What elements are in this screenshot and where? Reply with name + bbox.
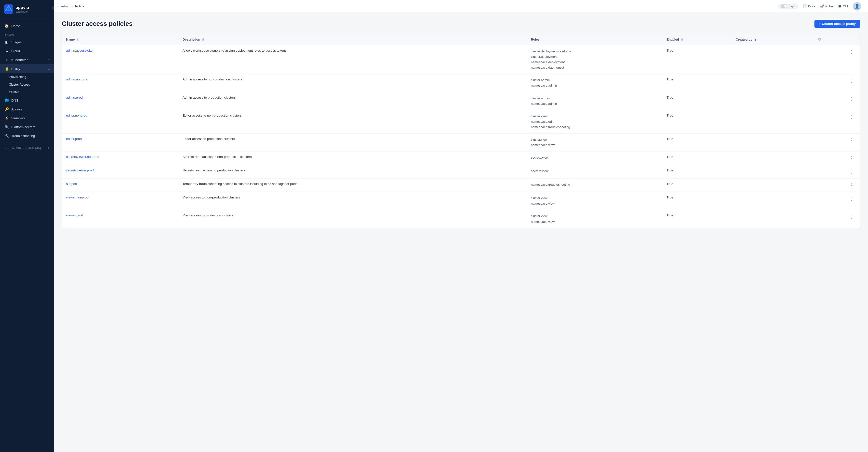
add-workspace-button[interactable]: + xyxy=(47,146,50,150)
cell-actions: ⋮ xyxy=(814,165,860,178)
cell-actions: ⋮ xyxy=(814,151,860,165)
cell-name: secretsviewer.nonprod xyxy=(62,151,179,165)
row-actions-menu-button[interactable]: ⋮ xyxy=(847,49,855,55)
cell-description: Admin access to non-production clusters xyxy=(179,74,527,92)
sidebar-item-policy[interactable]: 🔒 Policy ▴ xyxy=(0,64,54,73)
user-avatar[interactable]: 👤 xyxy=(853,2,861,10)
policy-name-link[interactable]: editor.nonprod xyxy=(66,114,87,117)
kube-icon: 🚀 xyxy=(820,4,824,8)
theme-label: Light xyxy=(789,5,796,8)
add-cluster-access-policy-button[interactable]: + Cluster access policy xyxy=(814,20,860,28)
docs-link[interactable]: 📄 Docs xyxy=(803,4,815,8)
breadcrumb-admin[interactable]: Admin xyxy=(61,4,70,8)
cell-enabled: True xyxy=(663,74,732,92)
stages-icon: ◧ xyxy=(4,40,9,44)
cell-actions: ⋮ xyxy=(814,45,860,74)
role-item: namespace.admin xyxy=(531,101,658,107)
cell-name: viewer.prod xyxy=(62,210,179,228)
role-item: cluster.deployment xyxy=(531,54,658,59)
cell-description: View access to non-production clusters xyxy=(179,192,527,210)
cell-created-by xyxy=(732,45,814,74)
policy-name-link[interactable]: admin.nonprod xyxy=(66,78,88,81)
policy-name-link[interactable]: secretsviewer.prod xyxy=(66,168,94,172)
cell-enabled: True xyxy=(663,92,732,110)
sidebar-item-platform-secrets[interactable]: 🔍 Platform secrets xyxy=(0,122,54,131)
sidebar-section-admin: ADMIN xyxy=(0,30,54,38)
page-content: Cluster access policies + Cluster access… xyxy=(54,13,868,452)
policy-name-link[interactable]: admin.accesstoken xyxy=(66,49,95,52)
workspaces-label: ALL WORKSPACES (45) xyxy=(4,146,41,150)
avatar-icon: 👤 xyxy=(855,4,860,9)
policy-name-link[interactable]: admin.prod xyxy=(66,96,83,100)
cell-description: Secrets read access to production cluste… xyxy=(179,165,527,178)
cell-name: editor.prod xyxy=(62,134,179,151)
cell-created-by xyxy=(732,151,814,165)
sidebar-item-cluster[interactable]: Cluster xyxy=(0,88,54,96)
kubernetes-chevron-icon: ▾ xyxy=(49,59,50,61)
kubernetes-icon: ⎈ xyxy=(4,58,9,62)
cell-description: Secrets read access to non-production cl… xyxy=(179,151,527,165)
policy-name-link[interactable]: secretsviewer.nonprod xyxy=(66,155,99,159)
cell-roles: namespace.troubleshooting xyxy=(527,178,662,192)
policy-name-link[interactable]: editor.prod xyxy=(66,137,82,141)
cell-description: Temporary troubleshooting access to clus… xyxy=(179,178,527,192)
cell-roles: secrets.view xyxy=(527,165,662,178)
row-actions-menu-button[interactable]: ⋮ xyxy=(847,78,855,84)
policies-table: Name ⇅ Description ⇅ Roles Enabled ⇅ xyxy=(62,34,860,228)
cell-roles: cluster.viewnamespace.editnamespace.trou… xyxy=(527,110,662,133)
cell-enabled: True xyxy=(663,192,732,210)
sidebar-item-cluster-access[interactable]: Cluster Access xyxy=(0,81,54,88)
policy-chevron-icon: ▴ xyxy=(49,67,50,70)
cell-roles: cluster.viewnamespace.view xyxy=(527,210,662,228)
sidebar-item-provisioning[interactable]: Provisioning xyxy=(0,73,54,81)
cli-link[interactable]: 💻 CLI xyxy=(838,4,848,8)
table-row: secretsviewer.nonprodSecrets read access… xyxy=(62,151,860,165)
cell-actions: ⋮ xyxy=(814,134,860,151)
role-item: namespace.view xyxy=(531,201,658,206)
topbar-actions: Light 📄 Docs 🚀 Kube 💻 CLI 👤 xyxy=(778,2,861,10)
policy-name-link[interactable]: viewer.prod xyxy=(66,214,83,217)
sidebar-item-stages[interactable]: ◧ Stages xyxy=(0,38,54,47)
policy-icon: 🔒 xyxy=(4,66,9,71)
theme-toggle[interactable]: Light xyxy=(778,4,798,9)
cell-enabled: True xyxy=(663,45,732,74)
variables-icon: ⚡ xyxy=(4,116,9,120)
table-row: viewer.nonprodView access to non-product… xyxy=(62,192,860,210)
toggle-knob xyxy=(784,5,787,8)
row-actions-menu-button[interactable]: ⋮ xyxy=(847,182,855,188)
table-body: admin.accesstokenAllows workspace owners… xyxy=(62,45,860,228)
all-workspaces-item[interactable]: ALL WORKSPACES (45) + xyxy=(0,143,54,153)
cell-description: Admin access to production clusters xyxy=(179,92,527,110)
col-description[interactable]: Description ⇅ xyxy=(179,34,527,45)
sidebar-item-home[interactable]: 🏠 Home xyxy=(0,21,54,30)
sidebar-item-dns[interactable]: 🌐 DNS xyxy=(0,96,54,105)
policy-name-link[interactable]: support xyxy=(66,182,77,186)
sidebar-item-kubernetes[interactable]: ⎈ Kubernetes ▾ xyxy=(0,55,54,64)
cell-created-by xyxy=(732,92,814,110)
refresh-button[interactable]: ↻ xyxy=(814,34,860,45)
row-actions-menu-button[interactable]: ⋮ xyxy=(847,214,855,220)
row-actions-menu-button[interactable]: ⋮ xyxy=(847,155,855,161)
col-enabled[interactable]: Enabled ⇅ xyxy=(663,34,732,45)
row-actions-menu-button[interactable]: ⋮ xyxy=(847,137,855,143)
sidebar-item-cloud[interactable]: ☁ Cloud ▾ xyxy=(0,47,54,55)
role-item: namespace.troubleshooting xyxy=(531,124,658,130)
sidebar-item-troubleshooting[interactable]: 🔧 Troubleshooting xyxy=(0,131,54,140)
sidebar-item-access[interactable]: 🔑 Access ▾ xyxy=(0,105,54,114)
col-created-by[interactable]: Created by ▲ xyxy=(732,34,814,45)
cell-roles: secrets.view xyxy=(527,151,662,165)
light-dark-switch[interactable] xyxy=(781,4,787,8)
cell-actions: ⋮ xyxy=(814,178,860,192)
col-name[interactable]: Name ⇅ xyxy=(62,34,179,45)
row-actions-menu-button[interactable]: ⋮ xyxy=(847,168,855,175)
row-actions-menu-button[interactable]: ⋮ xyxy=(847,96,855,102)
policy-name-link[interactable]: viewer.nonprod xyxy=(66,196,89,199)
role-item: cluster.view xyxy=(531,114,658,119)
sidebar-item-variables[interactable]: ⚡ Variables xyxy=(0,114,54,122)
row-actions-menu-button[interactable]: ⋮ xyxy=(847,114,855,120)
kube-link[interactable]: 🚀 Kube xyxy=(820,4,833,8)
table-row: supportTemporary troubleshooting access … xyxy=(62,178,860,192)
sidebar-collapse-button[interactable]: ‹ xyxy=(52,5,54,11)
row-actions-menu-button[interactable]: ⋮ xyxy=(847,196,855,202)
appvia-logo-icon xyxy=(4,4,13,14)
